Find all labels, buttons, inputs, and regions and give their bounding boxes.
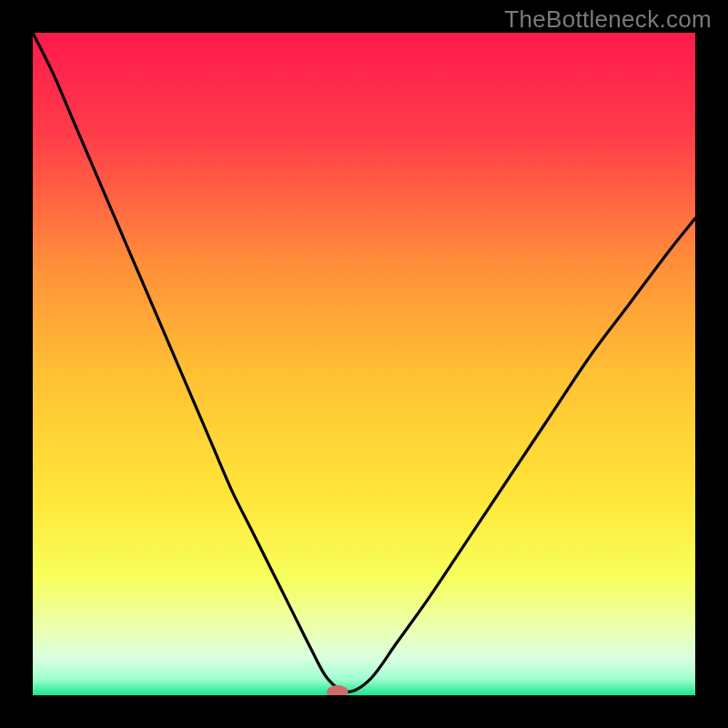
plot-area <box>33 33 695 695</box>
bottleneck-chart <box>33 33 695 695</box>
watermark-text: TheBottleneck.com <box>504 5 712 34</box>
gradient-background <box>33 33 695 695</box>
chart-frame: TheBottleneck.com <box>0 0 728 728</box>
